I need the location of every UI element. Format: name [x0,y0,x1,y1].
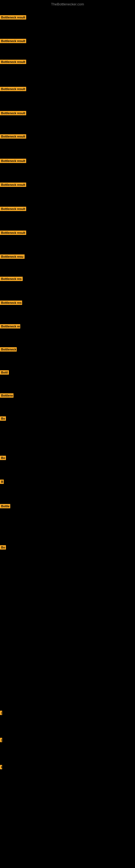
badge-21: Bottle [0,504,10,508]
badge-11: Bottleneck resu [0,254,25,259]
badge-12: Bottleneck res [0,277,23,281]
badge-14: Bottleneck re [0,324,20,329]
site-title: TheBottlenecker.com [0,2,135,6]
badge-2: Bottleneck result [0,39,26,43]
badge-4: Bottleneck result [0,87,26,91]
badge-small-2: | [0,738,2,742]
badge-1: Bottleneck result [0,15,26,20]
badge-17: Bottlene [0,393,13,398]
badge-6: Bottleneck result [0,134,26,138]
badge-10: Bottleneck result [0,230,26,235]
badge-13: Bottleneck res [0,301,22,305]
badge-9: Bottleneck result [0,207,26,211]
badge-3: Bottleneck result [0,60,26,64]
badge-19: Bo [0,456,6,460]
badge-22: Bo [0,545,6,550]
badge-small-1: | [0,711,2,715]
badge-16: Bottl [0,370,9,375]
badge-15: Bottleneck [0,347,17,351]
badge-5: Bottleneck result [0,111,26,115]
badge-18: Bo [0,416,6,421]
badge-7: Bottleneck result [0,159,26,163]
badge-small-3: E [0,765,2,769]
badge-20: B [0,479,4,484]
badge-8: Bottleneck result [0,183,26,187]
